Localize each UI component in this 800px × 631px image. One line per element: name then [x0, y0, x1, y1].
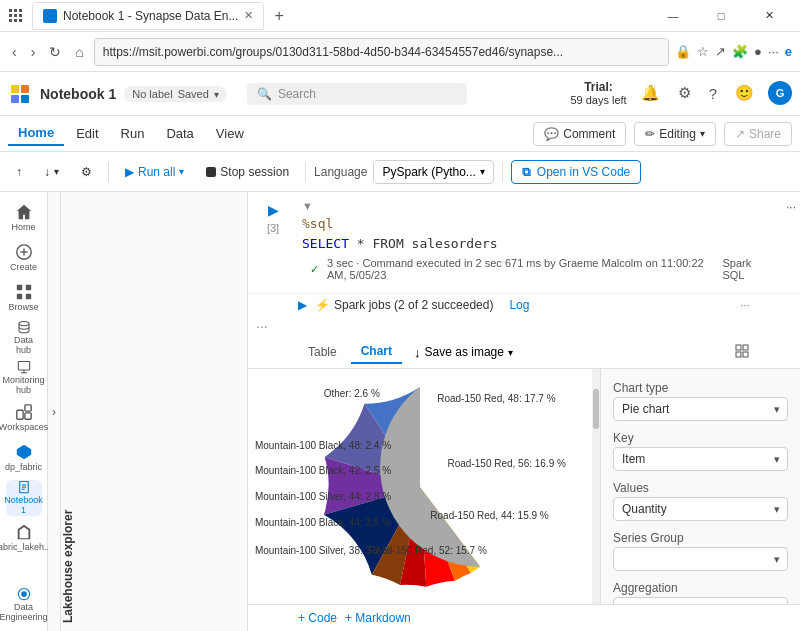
app-header: Notebook 1 No label Saved ▾ 🔍 Search Tri… [0, 72, 800, 116]
lakehouse-panel: › Lakehouse explorer [48, 192, 247, 631]
comment-button[interactable]: 💬 Comment [533, 122, 626, 146]
chart-config-panel: Chart type Pie chart Bar chart Line char… [600, 369, 800, 604]
refresh-button[interactable]: ↻ [45, 40, 65, 64]
extension-icon[interactable]: 🧩 [732, 44, 748, 59]
profile-avatar[interactable]: G [768, 81, 792, 105]
sidebar-item-browse[interactable]: Browse [6, 280, 42, 316]
svg-rect-35 [743, 345, 748, 350]
tab-favicon [43, 9, 57, 23]
spark-expand-icon[interactable]: ▶ [298, 298, 307, 312]
toolbar-separator-2 [305, 162, 306, 182]
titlebar-tabs: Notebook 1 - Synapse Data En... ✕ + [8, 2, 646, 30]
svg-rect-34 [736, 345, 741, 350]
vertical-scrollbar[interactable] [592, 369, 600, 604]
editing-button[interactable]: ✏ Editing ▾ [634, 122, 716, 146]
export-icon[interactable] [734, 343, 750, 362]
star-icon[interactable]: ☆ [697, 44, 709, 59]
help-button[interactable]: ? [705, 81, 721, 106]
menu-view[interactable]: View [206, 122, 254, 145]
menu-edit[interactable]: Edit [66, 122, 108, 145]
run-all-button[interactable]: ▶ Run all ▾ [117, 161, 192, 183]
menu-run[interactable]: Run [111, 122, 155, 145]
search-box[interactable]: 🔍 Search [247, 83, 467, 105]
cell-more-button[interactable]: ··· [786, 200, 796, 214]
cell-expand-btn[interactable]: ▼ [302, 200, 313, 212]
cell-more-icon[interactable]: ··· [740, 298, 750, 312]
active-tab[interactable]: Notebook 1 - Synapse Data En... ✕ [32, 2, 264, 30]
svg-point-20 [19, 321, 29, 325]
sidebar-item-home[interactable]: Home [6, 200, 42, 236]
svg-rect-16 [16, 285, 21, 290]
add-code-button[interactable]: + Code [298, 611, 337, 625]
app-header-right: Trial: 59 days left 🔔 ⚙ ? 🙂 G [570, 80, 792, 108]
share-button[interactable]: ↗ Share [724, 122, 792, 146]
tab-close-icon[interactable]: ✕ [244, 9, 253, 22]
values-section: Values Quantity [613, 481, 788, 521]
comment-icon: 💬 [544, 127, 559, 141]
upload-button[interactable]: ↑ [8, 161, 30, 183]
maximize-button[interactable]: □ [698, 0, 744, 32]
sidebar-item-datahub[interactable]: Data hub [6, 320, 42, 356]
menu-home[interactable]: Home [8, 121, 64, 146]
svg-rect-12 [21, 95, 29, 103]
aggregation-select[interactable]: Sum [613, 597, 788, 604]
series-group-select[interactable] [613, 547, 788, 571]
sidebar-item-dp-fabric[interactable]: dp_fabric [6, 440, 42, 476]
address-input[interactable] [94, 38, 669, 66]
sidebar-expand-btn[interactable]: › [48, 192, 61, 631]
stop-session-button[interactable]: Stop session [198, 161, 297, 183]
new-tab-button[interactable]: + [268, 5, 289, 27]
svg-rect-37 [743, 352, 748, 357]
sidebar-item-workspaces[interactable]: Workspaces [6, 400, 42, 436]
add-markdown-button[interactable]: + Markdown [345, 611, 411, 625]
back-button[interactable]: ‹ [8, 40, 21, 64]
browser-grid-icon[interactable] [8, 8, 28, 24]
success-icon: ✓ [310, 263, 319, 276]
download-button[interactable]: ↓ ▾ [36, 161, 67, 183]
home-button[interactable]: ⌂ [71, 40, 87, 64]
more-icon[interactable]: ··· [768, 44, 779, 59]
close-button[interactable]: ✕ [746, 0, 792, 32]
sidebar-item-notebook1-label: Notebook 1 [4, 496, 43, 516]
values-select[interactable]: Quantity [613, 497, 788, 521]
sidebar-item-notebook1[interactable]: Notebook 1 [6, 480, 42, 516]
cell-run-button[interactable]: ▶ [263, 200, 283, 220]
sidebar-item-monitoring[interactable]: Monitoring hub [6, 360, 42, 396]
trial-badge: Trial: 59 days left [570, 80, 626, 108]
titlebar-controls: — □ ✕ [650, 0, 792, 32]
profile-icon[interactable]: ● [754, 44, 762, 59]
edge-icon[interactable]: e [785, 44, 792, 59]
sidebar-item-lakehouse[interactable]: fabric_lakeh... [6, 520, 42, 556]
pencil-icon: ✏ [645, 127, 655, 141]
menu-data[interactable]: Data [156, 122, 203, 145]
settings-gear-button[interactable]: ⚙ [73, 161, 100, 183]
chart-type-select[interactable]: Pie chart Bar chart Line chart [613, 397, 788, 421]
tab-chart[interactable]: Chart [351, 340, 402, 364]
svg-rect-19 [25, 294, 30, 299]
language-selector[interactable]: PySpark (Pytho... ▾ [373, 160, 493, 184]
tab-table[interactable]: Table [298, 341, 347, 363]
sidebar-item-create[interactable]: Create [6, 240, 42, 276]
no-label-badge[interactable]: No label Saved ▾ [124, 86, 227, 102]
minimize-button[interactable]: — [650, 0, 696, 32]
vscode-button[interactable]: ⧉ Open in VS Code [511, 160, 641, 184]
notification-bell-button[interactable]: 🔔 [637, 80, 664, 106]
forward-button[interactable]: › [27, 40, 40, 64]
svg-rect-17 [25, 285, 30, 290]
log-link[interactable]: Log [509, 298, 529, 312]
app-title: Notebook 1 [40, 86, 116, 102]
series-group-select-wrap [613, 547, 788, 571]
scrollbar-thumb[interactable] [593, 389, 599, 429]
vscode-icon: ⧉ [522, 165, 531, 179]
key-select[interactable]: Item [613, 447, 788, 471]
share-icon[interactable]: ↗ [715, 44, 726, 59]
settings-button[interactable]: ⚙ [674, 80, 695, 106]
code-rest: * FROM salesorders [357, 236, 498, 251]
tab-label: Notebook 1 - Synapse Data En... [63, 9, 238, 23]
secondary-sidebar: › Lakehouse explorer [48, 192, 248, 631]
sidebar-item-data-engineering[interactable]: Data Engineering [6, 587, 42, 623]
feedback-button[interactable]: 🙂 [731, 80, 758, 106]
sidebar-item-dp-fabric-label: dp_fabric [5, 463, 42, 473]
key-select-wrap: Item [613, 447, 788, 471]
save-image-button[interactable]: ↓ Save as image ▾ [414, 345, 513, 360]
